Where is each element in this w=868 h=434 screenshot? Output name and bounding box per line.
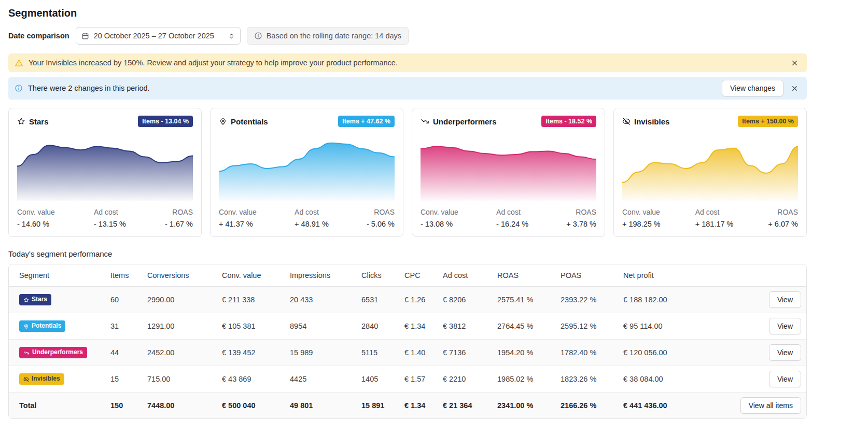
cell-conversions: 7448.00 xyxy=(142,393,217,419)
cell-conversions: 2452.00 xyxy=(142,340,217,366)
segment-card-underperformers: Underperformers Items - 18.52 % Conv. va… xyxy=(412,108,605,237)
stat-value: - 13.08 % xyxy=(421,220,458,228)
cell-conversions: 715.00 xyxy=(142,366,217,393)
cell-net-profit: € 95 114.00 xyxy=(618,313,730,340)
stat-label: ROAS xyxy=(367,208,395,216)
segment-pill-potentials: Potentials xyxy=(19,320,65,331)
stat-conv-value: Conv. value + 41.37 % xyxy=(219,208,257,228)
cell-conv-value: € 500 040 xyxy=(217,393,285,419)
view-button[interactable]: View xyxy=(769,371,801,387)
view-button[interactable]: View xyxy=(769,291,801,308)
cell-clicks: 1405 xyxy=(356,366,399,393)
stat-value: - 5.06 % xyxy=(367,220,395,228)
stat-label: Ad cost xyxy=(94,208,126,216)
cell-segment: Potentials xyxy=(9,313,105,340)
segmentation-page: Segmentation Date comparison 20 October … xyxy=(0,0,815,433)
cell-net-profit: € 441 436.00 xyxy=(618,393,730,419)
date-range-value: 20 October 2025 – 27 October 2025 xyxy=(94,32,223,40)
cell-roas: 2341.00 % xyxy=(492,393,555,419)
stat-label: Conv. value xyxy=(219,208,257,216)
cell-cpc: € 1.57 xyxy=(399,366,438,393)
items-change-badge: Items + 150.00 % xyxy=(738,116,798,127)
cell-actions: View xyxy=(730,313,807,340)
pin-icon xyxy=(219,117,227,125)
view-button[interactable]: View xyxy=(769,344,801,361)
col-poas: POAS xyxy=(555,264,618,287)
view-button[interactable]: View xyxy=(769,318,801,334)
cell-ad-cost: € 21 364 xyxy=(438,393,492,419)
table-row-potentials: Potentials 31 1291.00 € 105 381 8954 284… xyxy=(9,313,807,340)
items-change-badge: Items - 18.52 % xyxy=(541,116,596,127)
potentials-area-chart xyxy=(219,135,395,201)
warning-triangle-icon xyxy=(15,59,23,67)
cell-poas: 1782.40 % xyxy=(555,340,618,366)
stat-roas: ROAS + 6.07 % xyxy=(768,208,798,228)
stat-label: ROAS xyxy=(768,208,798,216)
cell-ad-cost: € 2210 xyxy=(438,366,492,393)
cell-roas: 2575.41 % xyxy=(492,287,555,313)
warning-banner: Your Invisibles increased by 150%. Revie… xyxy=(8,53,807,72)
date-range-select[interactable]: 20 October 2025 – 27 October 2025 xyxy=(76,27,241,45)
segment-pill-label: Underperformers xyxy=(32,349,83,356)
info-banner-close-icon[interactable] xyxy=(789,82,801,94)
stat-label: ROAS xyxy=(165,208,193,216)
segment-performance-title: Today's segment performance xyxy=(8,249,807,258)
stat-conv-value: Conv. value + 198.25 % xyxy=(622,208,661,228)
segment-table: Segment Items Conversions Conv. value Im… xyxy=(8,264,807,419)
stat-ad-cost: Ad cost - 13.15 % xyxy=(94,208,126,228)
view-all-items-button[interactable]: View all items xyxy=(740,397,801,414)
view-changes-button[interactable]: View changes xyxy=(722,80,783,96)
stat-value: + 198.25 % xyxy=(622,220,661,228)
eye-off-icon xyxy=(622,117,631,125)
stat-value: + 48.91 % xyxy=(295,220,329,228)
cell-poas: 1823.26 % xyxy=(555,366,618,393)
cell-poas: 2166.26 % xyxy=(555,393,618,419)
cell-cpc: € 1.40 xyxy=(399,340,438,366)
info-circle-icon xyxy=(254,32,262,40)
cell-roas: 2764.45 % xyxy=(492,313,555,340)
col-roas: ROAS xyxy=(492,264,555,287)
cell-segment: Invisibles xyxy=(9,366,105,393)
card-title: Stars xyxy=(29,117,49,126)
stat-label: Ad cost xyxy=(295,208,329,216)
cell-clicks: 15 891 xyxy=(356,393,399,419)
cell-conv-value: € 105 381 xyxy=(217,313,285,340)
cell-impressions: 8954 xyxy=(285,313,356,340)
stat-ad-cost: Ad cost + 181.17 % xyxy=(695,208,734,228)
col-clicks: Clicks xyxy=(356,264,399,287)
segment-pill-invisibles: Invisibles xyxy=(19,373,64,384)
warning-banner-close-icon[interactable] xyxy=(789,57,801,69)
cell-conversions: 1291.00 xyxy=(142,313,217,340)
cell-conv-value: € 211 338 xyxy=(217,287,285,313)
col-conv-value: Conv. value xyxy=(217,264,285,287)
card-header: Potentials Items + 47.62 % xyxy=(219,116,395,127)
stat-label: ROAS xyxy=(566,208,596,216)
col-segment: Segment xyxy=(9,264,105,287)
page-title: Segmentation xyxy=(8,7,807,19)
cell-items: 150 xyxy=(105,393,142,419)
info-banner-text: There were 2 changes in this period. xyxy=(28,84,150,92)
chevron-updown-icon xyxy=(228,32,235,40)
stat-roas: ROAS - 1.67 % xyxy=(165,208,193,228)
segment-pill-label: Invisibles xyxy=(32,375,60,382)
cell-items: 15 xyxy=(105,366,142,393)
table-row-underperformers: Underperformers 44 2452.00 € 139 452 15 … xyxy=(9,340,807,366)
cell-net-profit: € 188 182.00 xyxy=(618,287,730,313)
cell-clicks: 2840 xyxy=(356,313,399,340)
stat-value: - 1.67 % xyxy=(165,220,193,228)
stat-conv-value: Conv. value - 14.60 % xyxy=(17,208,55,228)
col-actions xyxy=(730,264,807,287)
cell-actions: View all items xyxy=(730,393,807,419)
col-conversions: Conversions xyxy=(142,264,217,287)
cell-poas: 2393.22 % xyxy=(555,287,618,313)
cell-items: 60 xyxy=(105,287,142,313)
underperformers-area-chart xyxy=(421,135,596,201)
table-row-total: Total 150 7448.00 € 500 040 49 801 15 89… xyxy=(9,393,807,419)
stat-label: Conv. value xyxy=(17,208,55,216)
card-title: Invisibles xyxy=(634,117,669,126)
date-comparison-label: Date comparison xyxy=(8,32,69,40)
cell-ad-cost: € 8206 xyxy=(438,287,492,313)
cell-impressions: 4425 xyxy=(285,366,356,393)
card-header: Stars Items - 13.04 % xyxy=(17,116,193,127)
segment-card-potentials: Potentials Items + 47.62 % Conv. value +… xyxy=(210,108,403,237)
